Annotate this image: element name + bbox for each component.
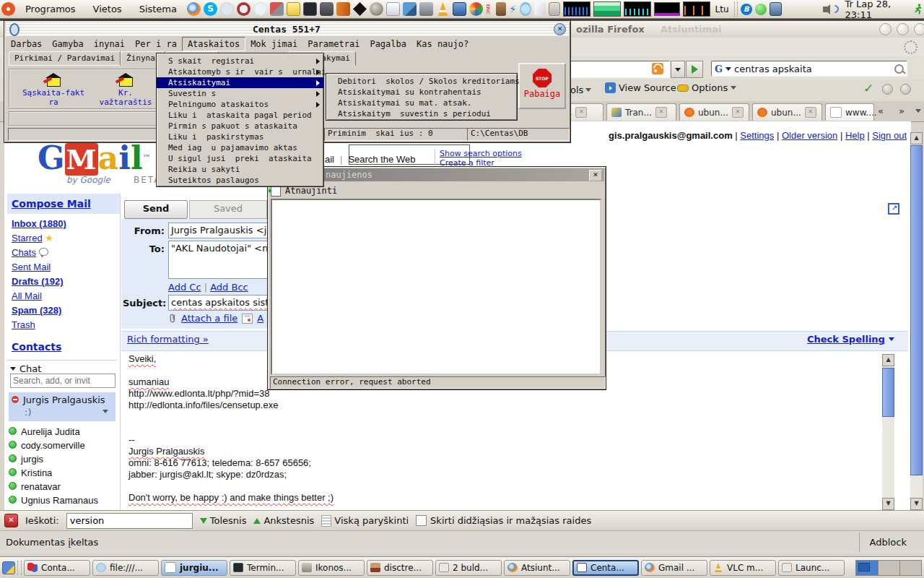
bluetooth-icon[interactable]: B bbox=[741, 4, 752, 15]
menu-item[interactable]: Med iag u pajamavimo aktas bbox=[157, 142, 323, 153]
status-dropdown-icon[interactable] bbox=[103, 410, 108, 413]
vlc-icon[interactable] bbox=[436, 2, 450, 16]
folder-all-mail[interactable]: All Mail bbox=[12, 290, 42, 301]
disk-icon[interactable] bbox=[453, 2, 466, 16]
settings-link[interactable]: Settings bbox=[740, 130, 774, 141]
submenu-item[interactable]: Atsiskaitymai su mat. atsak. bbox=[326, 98, 517, 108]
task-button[interactable]: Ikonos... bbox=[298, 560, 365, 576]
adblock-status[interactable]: Adblock bbox=[859, 532, 924, 552]
rss-icon[interactable] bbox=[652, 63, 663, 74]
quit-button[interactable]: STOP Pabaiga bbox=[518, 63, 566, 109]
task-button-focused[interactable]: Centa... bbox=[572, 560, 639, 576]
menu-ataskaitos[interactable]: Ataskaitos bbox=[182, 37, 245, 51]
buddy-row[interactable]: renatavar bbox=[9, 480, 116, 493]
text-editor-icon[interactable] bbox=[287, 2, 300, 16]
inkscape-icon[interactable] bbox=[353, 2, 367, 16]
show-desktop-icon[interactable] bbox=[2, 561, 15, 574]
add-bcc-link[interactable]: Add Bcc bbox=[210, 282, 248, 293]
tab-close-icon[interactable]: ✕ bbox=[805, 107, 816, 118]
buddy-row[interactable]: jurgis bbox=[9, 452, 116, 466]
attach-file-link[interactable]: Attach a file bbox=[181, 313, 237, 324]
workspace-1-active[interactable] bbox=[856, 561, 878, 575]
scroll-down-icon[interactable]: ▼ bbox=[910, 498, 923, 510]
close-icon[interactable]: ✕ bbox=[554, 23, 566, 35]
wine-app-icon[interactable] bbox=[237, 2, 250, 16]
wine-app-icon[interactable] bbox=[220, 2, 234, 16]
tab-close-icon[interactable]: ✕ bbox=[655, 107, 667, 118]
browser-tab[interactable]: ubun...✕ bbox=[752, 103, 822, 121]
ubuntu-menu-icon[interactable] bbox=[1, 2, 15, 16]
menu-zinynai[interactable]: inynai bbox=[89, 38, 130, 51]
task-button[interactable]: Gmail ... bbox=[641, 560, 707, 576]
tab-close-icon[interactable]: ✕ bbox=[575, 107, 587, 118]
browser-tab[interactable]: Tran...✕ bbox=[606, 103, 676, 121]
menu-item[interactable]: Atskaitomyb s ir vair s urnalai bbox=[157, 66, 323, 77]
add-cc-link[interactable]: Add Cc bbox=[168, 282, 201, 293]
tab-close-icon[interactable]: ✕ bbox=[732, 107, 744, 118]
magnifier-icon[interactable] bbox=[894, 64, 904, 74]
tab-scroll-left-button[interactable]: « bbox=[878, 105, 884, 116]
submenu-item[interactable]: Atsiskaitymai su kontrahentais bbox=[326, 87, 517, 98]
scroll-up-icon[interactable]: ▲ bbox=[882, 354, 894, 366]
remote-desktop-icon[interactable] bbox=[403, 2, 417, 16]
folder-chats[interactable]: Chats bbox=[12, 247, 36, 258]
workrave-icon[interactable] bbox=[534, 2, 546, 16]
options-menu-button[interactable]: Options bbox=[677, 82, 736, 93]
folder-trash[interactable]: Trash bbox=[12, 319, 35, 330]
tab-list-dropdown-icon[interactable] bbox=[915, 109, 921, 113]
submenu-item[interactable]: Debitori skolos / Skolos kreditoriams bbox=[326, 76, 517, 87]
network-monitor-applet[interactable] bbox=[624, 1, 651, 17]
signout-link[interactable]: Sign out bbox=[872, 130, 907, 141]
contacts-link[interactable]: Contacts bbox=[12, 341, 61, 353]
help-link[interactable]: Help bbox=[845, 130, 865, 141]
menu-kas-naujo[interactable]: Kas naujo? bbox=[411, 38, 474, 51]
chat-search-input[interactable] bbox=[10, 374, 116, 388]
scroll-thumb[interactable] bbox=[910, 145, 923, 475]
address-dropdown-button[interactable] bbox=[671, 61, 685, 78]
match-case-checkbox[interactable] bbox=[416, 515, 427, 526]
buddy-row[interactable]: Ugnius Ramanaus bbox=[9, 493, 116, 507]
swap-monitor-applet[interactable] bbox=[654, 2, 680, 16]
close-find-icon[interactable]: ✕ bbox=[4, 514, 18, 527]
dictionary-icon[interactable] bbox=[336, 2, 350, 16]
menu-item[interactable]: Reikia u sakyti bbox=[157, 164, 323, 175]
search-bar[interactable]: G centras apskaita bbox=[711, 61, 907, 77]
menu-item[interactable]: Pirmin s pakuot s ataskaita bbox=[157, 121, 323, 131]
load-monitor-applet[interactable] bbox=[683, 1, 710, 17]
task-button[interactable]: Launc... bbox=[778, 560, 845, 576]
toolbar-status-icon[interactable] bbox=[882, 84, 893, 95]
taskbar-grip[interactable] bbox=[17, 561, 22, 575]
applications-menu[interactable]: Programos bbox=[18, 4, 83, 14]
go-button[interactable] bbox=[686, 61, 703, 78]
waybill-button[interactable]: Kr. važtaraštis bbox=[91, 73, 160, 107]
skype-icon[interactable]: S bbox=[204, 2, 217, 16]
chat-header[interactable]: Chat bbox=[10, 363, 41, 374]
menu-mokejimai[interactable]: Mok jimai bbox=[245, 38, 302, 51]
folder-inbox[interactable]: Inbox (1880) bbox=[12, 218, 66, 229]
task-button[interactable]: file:///... bbox=[92, 560, 159, 576]
browser-tab-active[interactable]: www.... bbox=[825, 103, 874, 121]
menu-item[interactable]: Suvestin s bbox=[157, 88, 323, 99]
package-icon[interactable] bbox=[549, 2, 560, 16]
task-button[interactable]: disctre... bbox=[367, 560, 433, 576]
view-source-menu-button[interactable]: View Source bbox=[605, 82, 685, 93]
send-button[interactable]: Send bbox=[124, 200, 188, 219]
folder-sent[interactable]: Sent Mail bbox=[12, 262, 51, 272]
task-button[interactable]: 2 buld... bbox=[435, 560, 502, 576]
invitation-link-partial[interactable]: A bbox=[257, 313, 263, 324]
wine-app-icon[interactable] bbox=[253, 2, 267, 16]
network-computer-icon[interactable] bbox=[770, 2, 782, 16]
page-scrollbar[interactable]: ▲ ▼ bbox=[910, 132, 923, 510]
browser-tab[interactable]: ubun...✕ bbox=[679, 103, 749, 121]
invoice-button[interactable]: Sąskaita-fakt ra bbox=[19, 73, 88, 107]
notes-icon[interactable] bbox=[386, 2, 400, 16]
keyboard-layout-indicator[interactable]: Ltu bbox=[713, 4, 731, 14]
scroll-up-icon[interactable]: ▲ bbox=[910, 132, 923, 144]
system-menu[interactable]: Sistema bbox=[132, 4, 184, 14]
menu-item[interactable]: S skait registrai bbox=[157, 56, 323, 66]
archive-icon[interactable] bbox=[419, 2, 433, 16]
search-engine-dropdown-icon[interactable] bbox=[725, 67, 731, 71]
menu-item[interactable]: Liku i paskirstymas bbox=[157, 131, 323, 142]
tab-pirkimai[interactable]: Pirkimai / Pardavimai bbox=[9, 51, 121, 66]
find-prev-button[interactable]: Ankstesnis bbox=[253, 515, 314, 526]
